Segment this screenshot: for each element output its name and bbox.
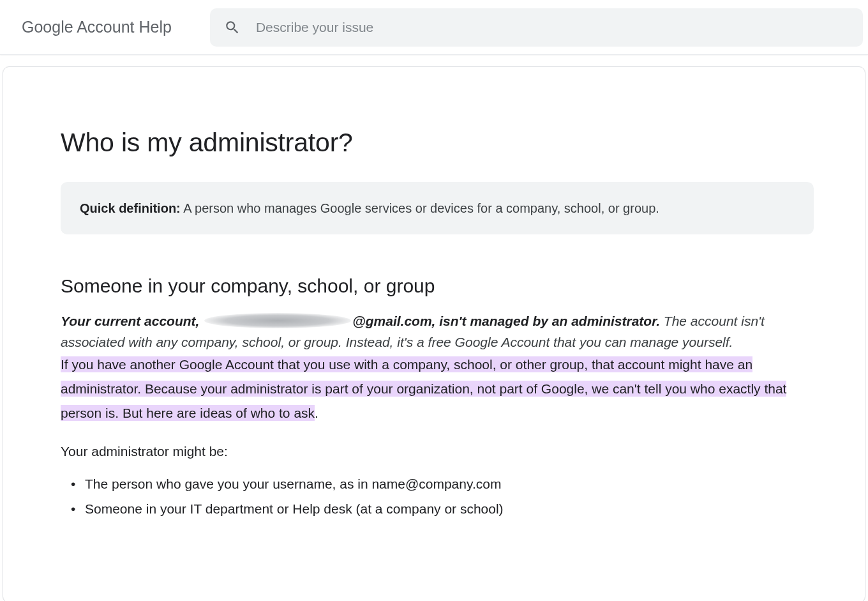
- highlighted-text: If you have another Google Account that …: [61, 356, 786, 421]
- list-item: Someone in your IT department or Help de…: [76, 497, 814, 522]
- account-status-suffix: @gmail.com, isn't managed by an administ…: [352, 314, 660, 328]
- quick-definition-box: Quick definition: A person who manages G…: [61, 182, 814, 234]
- page-title: Who is my administrator?: [61, 128, 814, 158]
- list-item: The person who gave you your username, a…: [76, 472, 814, 497]
- redacted-email-username: [204, 313, 351, 328]
- section-heading: Someone in your company, school, or grou…: [61, 275, 814, 297]
- search-input[interactable]: [256, 20, 849, 35]
- quick-definition-text: A person who manages Google services or …: [181, 201, 659, 215]
- article-card: Who is my administrator? Quick definitio…: [3, 66, 865, 601]
- site-title[interactable]: Google Account Help: [0, 18, 210, 36]
- highlighted-paragraph: If you have another Google Account that …: [61, 353, 814, 425]
- header-bar: Google Account Help: [0, 0, 868, 55]
- quick-definition-label: Quick definition:: [80, 201, 181, 215]
- account-status-prefix: Your current account,: [61, 314, 203, 328]
- search-box[interactable]: [210, 8, 863, 47]
- list-intro: Your administrator might be:: [61, 444, 814, 459]
- account-status-paragraph: Your current account, @gmail.com, isn't …: [61, 311, 814, 353]
- admin-candidates-list: The person who gave you your username, a…: [61, 472, 814, 522]
- search-icon: [224, 19, 241, 36]
- highlighted-text-period: .: [315, 406, 318, 420]
